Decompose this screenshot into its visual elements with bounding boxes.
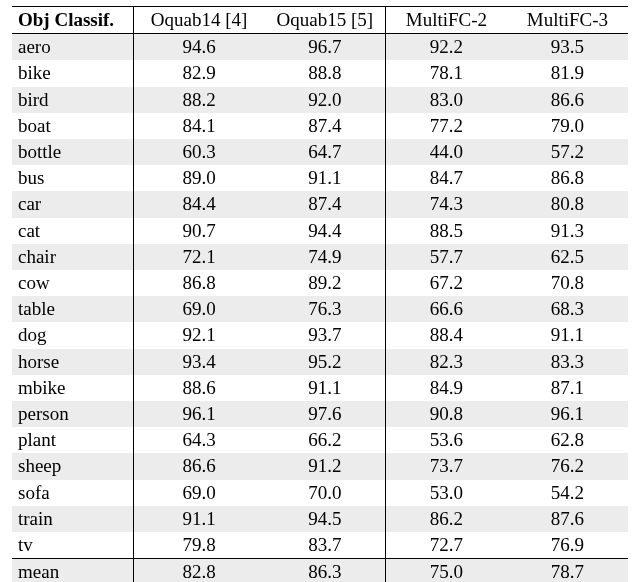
cell-value: 87.4: [264, 113, 385, 139]
cell-value: 53.6: [386, 427, 507, 453]
cell-value: 88.4: [386, 322, 507, 348]
cell-value: 82.9: [133, 60, 264, 86]
cell-value: 62.8: [507, 427, 628, 453]
row-label: mbike: [12, 375, 133, 401]
cell-value: 84.9: [386, 375, 507, 401]
cell-value: 80.8: [507, 191, 628, 217]
mean-value: 75.0: [386, 559, 507, 582]
cell-value: 78.1: [386, 60, 507, 86]
cell-value: 69.0: [133, 480, 264, 506]
header-col-multifc3: MultiFC-3: [507, 7, 628, 34]
cell-value: 82.3: [386, 349, 507, 375]
cell-value: 86.8: [133, 270, 264, 296]
row-label: aero: [12, 34, 133, 60]
row-label: table: [12, 296, 133, 322]
table-row: sofa69.070.053.054.2: [12, 480, 628, 506]
row-label: bird: [12, 87, 133, 113]
cell-value: 84.4: [133, 191, 264, 217]
cell-value: 69.0: [133, 296, 264, 322]
cell-value: 97.6: [264, 401, 385, 427]
cell-value: 94.5: [264, 506, 385, 532]
row-label: cat: [12, 218, 133, 244]
row-label: dog: [12, 322, 133, 348]
cell-value: 53.0: [386, 480, 507, 506]
cell-value: 57.7: [386, 244, 507, 270]
cell-value: 91.2: [264, 453, 385, 479]
cell-value: 79.8: [133, 532, 264, 559]
cell-value: 91.1: [264, 165, 385, 191]
row-label: bottle: [12, 139, 133, 165]
table-row: sheep86.691.273.776.2: [12, 453, 628, 479]
cell-value: 95.2: [264, 349, 385, 375]
cell-value: 94.6: [133, 34, 264, 60]
cell-value: 93.4: [133, 349, 264, 375]
table-row: cat90.794.488.591.3: [12, 218, 628, 244]
cell-value: 44.0: [386, 139, 507, 165]
cell-value: 83.0: [386, 87, 507, 113]
table-body: aero94.696.792.293.5bike82.988.878.181.9…: [12, 34, 628, 582]
cell-value: 83.7: [264, 532, 385, 559]
cell-value: 72.7: [386, 532, 507, 559]
row-label: bus: [12, 165, 133, 191]
mean-label: mean: [12, 559, 133, 582]
row-label: sofa: [12, 480, 133, 506]
cell-value: 77.2: [386, 113, 507, 139]
cell-value: 90.7: [133, 218, 264, 244]
row-label: cow: [12, 270, 133, 296]
header-col-oquab15: Oquab15 [5]: [264, 7, 385, 34]
cell-value: 96.1: [133, 401, 264, 427]
header-col-oquab14: Oquab14 [4]: [133, 7, 264, 34]
cell-value: 86.6: [133, 453, 264, 479]
table-row: bottle60.364.744.057.2: [12, 139, 628, 165]
cell-value: 92.2: [386, 34, 507, 60]
cell-value: 73.7: [386, 453, 507, 479]
row-label: sheep: [12, 453, 133, 479]
cell-value: 57.2: [507, 139, 628, 165]
cell-value: 86.6: [507, 87, 628, 113]
table-row: bird88.292.083.086.6: [12, 87, 628, 113]
cell-value: 87.6: [507, 506, 628, 532]
row-label: plant: [12, 427, 133, 453]
cell-value: 91.3: [507, 218, 628, 244]
cell-value: 90.8: [386, 401, 507, 427]
cell-value: 91.1: [133, 506, 264, 532]
table-row: train91.194.586.287.6: [12, 506, 628, 532]
mean-value: 82.8: [133, 559, 264, 582]
table-row: bike82.988.878.181.9: [12, 60, 628, 86]
row-label: bike: [12, 60, 133, 86]
cell-value: 94.4: [264, 218, 385, 244]
header-col-multifc2: MultiFC-2: [386, 7, 507, 34]
cell-value: 88.2: [133, 87, 264, 113]
results-table: Obj Classif. Oquab14 [4] Oquab15 [5] Mul…: [12, 6, 628, 582]
cell-value: 70.0: [264, 480, 385, 506]
cell-value: 87.4: [264, 191, 385, 217]
cell-value: 64.3: [133, 427, 264, 453]
table-row: aero94.696.792.293.5: [12, 34, 628, 60]
table-row: horse93.495.282.383.3: [12, 349, 628, 375]
cell-value: 89.2: [264, 270, 385, 296]
row-label: tv: [12, 532, 133, 559]
cell-value: 84.7: [386, 165, 507, 191]
table-row: car84.487.474.380.8: [12, 191, 628, 217]
table-row: cow86.889.267.270.8: [12, 270, 628, 296]
mean-value: 78.7: [507, 559, 628, 582]
cell-value: 60.3: [133, 139, 264, 165]
cell-value: 89.0: [133, 165, 264, 191]
row-label: boat: [12, 113, 133, 139]
cell-value: 70.8: [507, 270, 628, 296]
cell-value: 88.5: [386, 218, 507, 244]
cell-value: 92.0: [264, 87, 385, 113]
row-label: person: [12, 401, 133, 427]
table-row: plant64.366.253.662.8: [12, 427, 628, 453]
cell-value: 72.1: [133, 244, 264, 270]
mean-value: 86.3: [264, 559, 385, 582]
cell-value: 93.7: [264, 322, 385, 348]
cell-value: 76.9: [507, 532, 628, 559]
cell-value: 88.8: [264, 60, 385, 86]
table-row: table69.076.366.668.3: [12, 296, 628, 322]
cell-value: 96.7: [264, 34, 385, 60]
table-row: boat84.187.477.279.0: [12, 113, 628, 139]
row-label: car: [12, 191, 133, 217]
cell-value: 62.5: [507, 244, 628, 270]
cell-value: 84.1: [133, 113, 264, 139]
